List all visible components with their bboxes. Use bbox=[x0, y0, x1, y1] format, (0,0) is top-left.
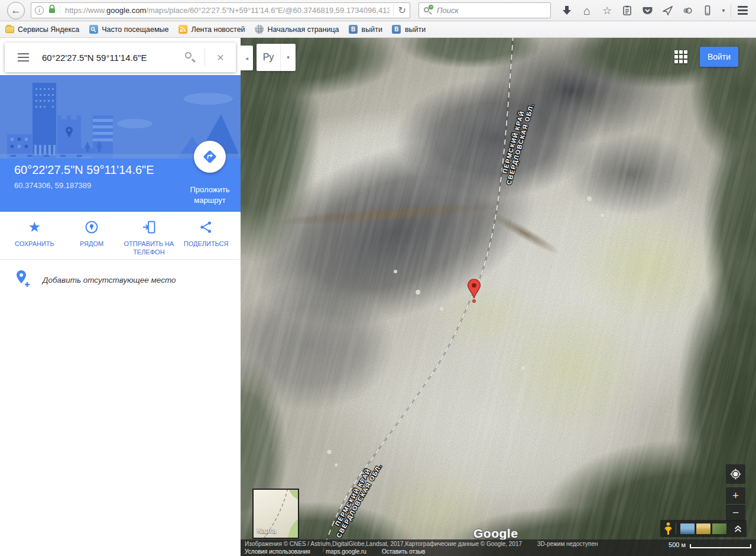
bookmark-label: Сервисы Яндекса bbox=[18, 25, 79, 34]
add-place-label: Добавить отсутствующее место bbox=[43, 276, 176, 285]
send-to-phone-button[interactable]: ОТПРАВИТЬ НА ТЕЛЕФОН bbox=[121, 212, 178, 259]
hamburger-icon bbox=[738, 6, 748, 15]
home-button[interactable]: ⌂ bbox=[577, 2, 597, 20]
scale-label: 500 м bbox=[669, 541, 686, 548]
feedback-link[interactable]: Оставить отзыв bbox=[382, 548, 425, 555]
vk-icon: В bbox=[349, 25, 358, 34]
star-icon: ★ bbox=[28, 220, 41, 234]
maps-search-input[interactable]: 60°22'27.5"N 59°11'14.6"E bbox=[42, 53, 184, 63]
language-label[interactable]: Ру bbox=[257, 44, 281, 71]
action-label: ОТПРАВИТЬ НА ТЕЛЕФОН bbox=[121, 240, 177, 257]
action-label: РЯДОМ bbox=[80, 240, 103, 248]
bookmark-frequent[interactable]: Часто посещаемые bbox=[89, 25, 168, 34]
send-to-phone-icon bbox=[142, 220, 156, 234]
imagery-thumbnail-forest[interactable] bbox=[712, 523, 726, 534]
nearby-button[interactable]: РЯДОМ bbox=[63, 212, 121, 259]
frequent-icon bbox=[89, 25, 98, 34]
minimap-toggle[interactable]: Карта bbox=[252, 489, 299, 539]
reload-icon[interactable]: ↻ bbox=[393, 5, 406, 16]
panel-divider bbox=[0, 259, 241, 260]
close-icon[interactable]: × bbox=[205, 50, 236, 64]
share-button[interactable]: ПОДЕЛИТЬСЯ bbox=[177, 212, 235, 259]
imagery-bar bbox=[660, 520, 747, 537]
search-icon[interactable] bbox=[184, 51, 196, 63]
bookmarks-menu-button[interactable] bbox=[617, 2, 637, 20]
toolbar-divider bbox=[731, 4, 731, 17]
action-label: ПОДЕЛИТЬСЯ bbox=[184, 240, 229, 248]
url-path: /maps/place/60°22'27.5"N+59°11'14.6"E/@6… bbox=[146, 6, 389, 15]
language-caret[interactable]: ▾ bbox=[281, 44, 296, 71]
chevron-double-up-icon[interactable] bbox=[734, 525, 742, 533]
zoom-in-button[interactable]: + bbox=[726, 487, 745, 504]
scale-bar bbox=[690, 544, 751, 548]
imagery-thumbnail-desert[interactable] bbox=[696, 523, 710, 534]
directions-button[interactable] bbox=[194, 141, 226, 173]
google-apps-button[interactable] bbox=[674, 50, 688, 64]
pocket-icon bbox=[643, 6, 653, 15]
satellite-terrain: ПЕРМСКИЙ КРАЙ СВЕРДЛОВСКАЯ ОБЛ. ПЕРМСКИЙ… bbox=[241, 38, 756, 556]
search-engine-icon[interactable]: + bbox=[423, 6, 433, 15]
phone-icon bbox=[703, 5, 712, 15]
imagery-thumbnail-sky[interactable] bbox=[680, 523, 695, 534]
download-icon bbox=[562, 5, 572, 16]
bookmark-vk-logout-1[interactable]: В выйти bbox=[349, 25, 382, 34]
signin-button[interactable]: Войти bbox=[700, 47, 738, 67]
globe-icon bbox=[255, 25, 264, 34]
map-canvas[interactable]: ПЕРМСКИЙ КРАЙ СВЕРДЛОВСКАЯ ОБЛ. ПЕРМСКИЙ… bbox=[241, 38, 756, 556]
bookmark-yandex-services[interactable]: Сервисы Яндекса bbox=[5, 25, 79, 34]
back-icon: ← bbox=[11, 5, 21, 17]
save-button[interactable]: ★ СОХРАНИТЬ bbox=[6, 212, 63, 259]
bookmark-label: Лента новостей bbox=[191, 25, 245, 34]
send-icon bbox=[663, 6, 673, 15]
maps-side-panel: 60°22'27.5"N 59°11'14.6"E × bbox=[0, 38, 241, 556]
bookmark-label: выйти bbox=[362, 25, 382, 34]
terms-link[interactable]: Условия использования bbox=[245, 548, 310, 555]
place-coordinates: 60.374306, 59.187389 bbox=[14, 181, 91, 190]
maps-search-box[interactable]: 60°22'27.5"N 59°11'14.6"E × bbox=[5, 43, 236, 72]
menu-button[interactable] bbox=[732, 2, 752, 20]
bookmark-news-feed[interactable]: Лента новостей bbox=[178, 25, 245, 34]
toolbar-buttons: ⌂ ☆ ▾ bbox=[557, 2, 752, 20]
nearby-icon bbox=[85, 220, 99, 234]
imagery-attribution: Изображения © CNES / Astrium,DigitalGlob… bbox=[245, 541, 522, 547]
attribution-bar: Изображения © CNES / Astrium,DigitalGlob… bbox=[241, 539, 756, 556]
plus-icon: + bbox=[732, 489, 739, 502]
add-missing-place-row[interactable]: Добавить отсутствующее место bbox=[0, 263, 241, 298]
downloads-button[interactable] bbox=[557, 2, 577, 20]
add-place-pin-icon bbox=[15, 270, 31, 287]
panel-collapse-button[interactable]: ◂ bbox=[241, 46, 253, 70]
bookmarks-bar: Сервисы Яндекса Часто посещаемые Лента н… bbox=[0, 21, 756, 38]
chevron-left-icon: ◂ bbox=[245, 55, 248, 62]
language-button[interactable]: Ру ▾ bbox=[257, 44, 296, 71]
maps-google-ru-link[interactable]: maps.google.ru bbox=[326, 548, 366, 555]
zoom-out-button[interactable]: − bbox=[726, 504, 745, 521]
vk-icon: В bbox=[392, 25, 401, 34]
extension-button[interactable] bbox=[677, 2, 697, 20]
url-bar[interactable]: i https://www.google.com/maps/place/60°2… bbox=[31, 2, 410, 18]
place-actions: ★ СОХРАНИТЬ РЯДОМ ОТПРАВИТЬ НА ТЕЛЕФОН П… bbox=[0, 212, 241, 259]
star-outline-icon: ☆ bbox=[602, 5, 612, 16]
url-text[interactable]: https://www.google.com/maps/place/60°22'… bbox=[60, 6, 390, 15]
pegman-icon[interactable] bbox=[664, 522, 672, 535]
bookmark-start-page[interactable]: Начальная страница bbox=[255, 25, 339, 34]
bookmark-star-button[interactable]: ☆ bbox=[597, 2, 617, 20]
clipboard-icon bbox=[622, 5, 632, 15]
caret-down-icon: ▾ bbox=[722, 7, 725, 14]
bookmark-label: Начальная страница bbox=[268, 25, 339, 34]
send-tab-button[interactable] bbox=[657, 2, 677, 20]
share-icon bbox=[199, 220, 213, 234]
bookmark-label: Часто посещаемые bbox=[102, 25, 168, 34]
device-button[interactable] bbox=[697, 2, 718, 20]
route-label[interactable]: Проложить маршрут bbox=[177, 185, 242, 205]
mode-notice: 3D-режим недоступен bbox=[537, 541, 598, 547]
my-location-button[interactable] bbox=[726, 464, 745, 484]
pocket-button[interactable] bbox=[637, 2, 657, 20]
hamburger-menu-icon[interactable] bbox=[18, 53, 29, 62]
bookmark-vk-logout-2[interactable]: В выйти bbox=[392, 25, 426, 34]
back-button[interactable]: ← bbox=[7, 2, 25, 20]
overflow-caret-button[interactable]: ▾ bbox=[718, 2, 729, 20]
search-placeholder: Поиск bbox=[437, 6, 459, 15]
url-prefix: https://www. bbox=[65, 6, 106, 15]
page-info-icon[interactable]: i bbox=[35, 6, 44, 15]
browser-search-field[interactable]: + Поиск bbox=[418, 2, 551, 18]
